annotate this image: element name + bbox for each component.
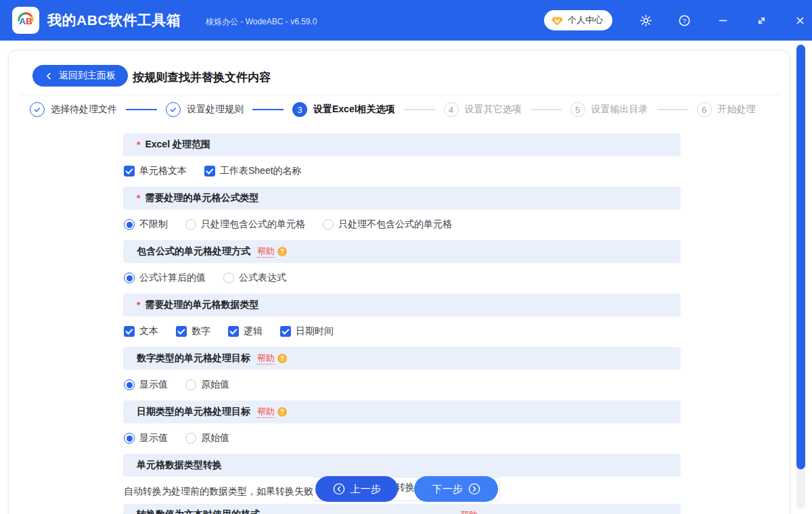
required-asterisk: * <box>137 300 140 310</box>
titlebar: AB 我的ABC软件工具箱 核烁办公 - WodeABC - v6.59.0 个… <box>0 0 812 41</box>
option-label: 公式表达式 <box>239 272 286 284</box>
radio-option[interactable]: 公式计算后的值 <box>124 272 206 284</box>
radio-icon[interactable] <box>124 433 135 444</box>
checkbox-icon[interactable] <box>228 326 239 337</box>
checkbox-icon[interactable] <box>176 326 187 337</box>
checkbox-option[interactable]: 数字 <box>176 325 210 337</box>
next-step-label: 下一步 <box>432 483 463 496</box>
close-icon[interactable] <box>790 10 810 30</box>
form-section: 数字类型的单元格处理目标帮助?显示值原始值 <box>123 347 681 400</box>
scrollbar-track[interactable] <box>796 45 805 509</box>
section-title: 单元格数据类型转换 <box>137 459 222 471</box>
help-question-icon[interactable]: ? <box>277 247 287 256</box>
radio-icon[interactable] <box>323 219 334 230</box>
section-controls-row: 显示值原始值 <box>123 377 681 393</box>
radio-option[interactable]: 原始值 <box>185 432 229 444</box>
help-question-icon[interactable]: ? <box>277 407 287 417</box>
app-title: 我的ABC软件工具箱 <box>47 11 181 30</box>
checkbox-option[interactable]: 工作表Sheet的名称 <box>204 165 302 177</box>
app-logo-icon: AB <box>12 7 39 34</box>
back-to-dashboard-button[interactable]: 返回到主面板 <box>32 65 128 87</box>
help-icon[interactable]: ? <box>674 10 694 30</box>
step-label: 设置Excel相关选项 <box>313 103 395 116</box>
step-check-icon <box>30 102 45 117</box>
form-section: *需要处理的单元格公式类型不限制只处理包含公式的单元格只处理不包含公式的单元格 <box>123 187 681 240</box>
section-title: 数字类型的单元格处理目标 <box>137 352 250 365</box>
step-connector <box>126 109 157 110</box>
section-controls-row: 显示值原始值 <box>123 430 681 446</box>
next-step-button[interactable]: 下一步 <box>414 476 498 502</box>
checkbox-icon[interactable] <box>280 326 291 337</box>
checkbox-option[interactable]: 文本 <box>124 325 158 337</box>
section-header: 数字类型的单元格处理目标帮助? <box>123 347 681 370</box>
radio-option[interactable]: 显示值 <box>124 432 168 444</box>
step-number-badge: 5 <box>570 102 585 117</box>
step-label: 设置输出目录 <box>591 103 648 116</box>
help-question-icon[interactable]: ? <box>277 354 287 363</box>
help-link[interactable]: 帮助 <box>257 246 275 258</box>
minimize-icon[interactable] <box>713 10 733 30</box>
circle-chevron-right-icon <box>468 483 480 495</box>
radio-option[interactable]: 原始值 <box>185 379 229 391</box>
radio-option[interactable]: 显示值 <box>124 379 168 391</box>
previous-step-button[interactable]: 上一步 <box>315 476 398 502</box>
radio-icon[interactable] <box>185 219 196 230</box>
section-header: *Excel 处理范围 <box>123 133 681 156</box>
header-divider <box>20 95 780 95</box>
circle-chevron-left-icon <box>333 483 345 495</box>
required-asterisk: * <box>137 193 140 204</box>
clipped-help-link[interactable]: 帮助 <box>460 509 478 514</box>
checkbox-icon[interactable] <box>124 166 135 177</box>
user-center-label: 个人中心 <box>568 14 603 26</box>
options-form: *Excel 处理范围单元格文本工作表Sheet的名称*需要处理的单元格公式类型… <box>123 133 681 507</box>
help-link[interactable]: 帮助 <box>257 353 275 365</box>
form-section: 日期类型的单元格处理目标帮助?显示值原始值 <box>123 400 681 454</box>
step-label: 选择待处理文件 <box>51 103 117 116</box>
step-2: 设置处理规则 <box>166 102 244 117</box>
checkbox-option[interactable]: 逻辑 <box>228 325 263 337</box>
checkbox-icon[interactable] <box>204 166 215 177</box>
section-title: 日期类型的单元格处理目标 <box>137 406 250 418</box>
step-connector <box>531 109 562 110</box>
option-label: 显示值 <box>139 379 168 391</box>
radio-option[interactable]: 只处理包含公式的单元格 <box>185 218 305 231</box>
form-section: *需要处理的单元格数据类型文本数字逻辑日期时间 <box>123 294 681 347</box>
option-label: 原始值 <box>201 379 229 391</box>
checkbox-icon[interactable] <box>124 326 135 337</box>
user-center-button[interactable]: 个人中心 <box>544 10 612 30</box>
option-label: 不限制 <box>139 218 168 231</box>
radio-icon[interactable] <box>223 273 234 283</box>
section-header: 日期类型的单元格处理目标帮助? <box>123 400 681 423</box>
step-6: 6开始处理 <box>697 102 756 117</box>
radio-option[interactable]: 公式表达式 <box>223 272 286 284</box>
radio-icon[interactable] <box>185 379 196 390</box>
step-label: 设置处理规则 <box>187 103 244 116</box>
radio-icon[interactable] <box>124 273 135 283</box>
help-link[interactable]: 帮助 <box>257 406 275 418</box>
resize-icon[interactable] <box>751 10 771 30</box>
step-check-icon <box>166 102 181 117</box>
checkbox-option[interactable]: 单元格文本 <box>124 165 187 177</box>
radio-option[interactable]: 不限制 <box>124 218 168 231</box>
settings-icon[interactable] <box>635 10 656 30</box>
option-label: 日期时间 <box>296 325 334 337</box>
option-label: 工作表Sheet的名称 <box>220 165 302 177</box>
section-controls-row: 公式计算后的值公式表达式 <box>123 270 681 286</box>
previous-step-label: 上一步 <box>351 483 381 496</box>
section-header: 包含公式的单元格处理方式帮助? <box>123 240 681 263</box>
option-label: 显示值 <box>139 432 168 444</box>
section-controls-row: 文本数字逻辑日期时间 <box>123 323 681 340</box>
checkbox-option[interactable]: 日期时间 <box>280 325 334 337</box>
section-controls-row: 不限制只处理包含公式的单元格只处理不包含公式的单元格 <box>123 216 681 233</box>
radio-icon[interactable] <box>185 433 196 444</box>
radio-icon[interactable] <box>124 379 135 390</box>
radio-option[interactable]: 只处理不包含公式的单元格 <box>323 218 452 231</box>
step-number-badge: 6 <box>697 102 712 117</box>
page-title: 按规则查找并替换文件内容 <box>133 70 271 85</box>
step-3: 3设置Excel相关选项 <box>292 102 395 117</box>
step-connector <box>252 109 284 110</box>
section-title: 包含公式的单元格处理方式 <box>137 246 250 258</box>
scrollbar-thumb[interactable] <box>796 45 805 469</box>
step-label: 开始处理 <box>718 103 756 116</box>
radio-icon[interactable] <box>124 219 135 230</box>
